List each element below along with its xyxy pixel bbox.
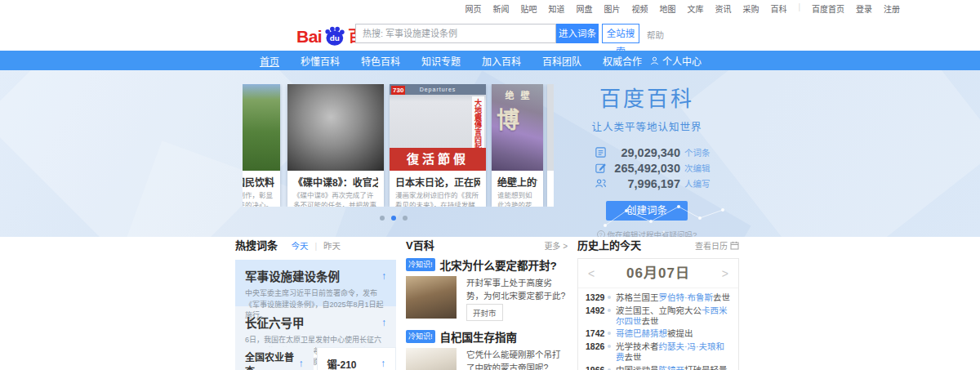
entries-unit: 个词条 (684, 146, 710, 158)
more-link[interactable]: 更多 > (544, 239, 568, 252)
hot-entry-item[interactable]: 全国农业普查 ↑ (235, 347, 314, 370)
event-entry-link[interactable]: 罗伯特·布鲁斯 (659, 292, 714, 302)
cold-fact-badge: 冷知识! (406, 258, 435, 271)
card-description: 漫画家龙树谅旧作的《我所看见的未来》，在持续发酵后，竟然威胁到了日本2025年“… (395, 191, 480, 207)
topbar-link[interactable]: 视频 (631, 2, 648, 15)
hot-entry-title: 镅-210 (327, 357, 357, 370)
register-link[interactable]: 注册 (884, 2, 900, 15)
nav-item-home[interactable]: 首页 (260, 54, 279, 68)
document-icon (595, 146, 607, 158)
tab-today[interactable]: 今天 (291, 241, 308, 251)
trending-up-icon: ↑ (381, 317, 386, 328)
carousel-card[interactable]: Departures 730 大地震傳言四起 復活節假 日本末日论，正在网上疯传… (390, 84, 486, 207)
v-article-thumbnail[interactable] (406, 348, 457, 370)
edit-pencil-icon (595, 162, 607, 174)
event-year: 1492 (586, 305, 608, 327)
v-article-title[interactable]: 北宋为什么要定都开封? (440, 256, 557, 273)
personal-center-label: 个人中心 (662, 54, 702, 68)
hero-banner: 国民饮料 系列茶叶的独特制作，彰显了年轻人爱上饮茶的决心。 《碟中谍8》：收官之… (0, 70, 980, 237)
previous-day-arrow[interactable]: < (588, 259, 595, 288)
carousel-card[interactable]: 绝壁 博 绝壁上的博弈 谁能想到如此冷艳的花朵之前身披土黄色，以最暗淡的方式，走… (492, 84, 543, 207)
nav-item-featured[interactable]: 特色百科 (361, 54, 400, 68)
card-image (547, 84, 554, 171)
baidu-home-link[interactable]: 百度首页 (812, 2, 844, 15)
personal-center-link[interactable]: 个人中心 (650, 51, 702, 70)
hot-entry-title: 长征六号甲 (245, 314, 305, 331)
history-event: 1742 哥德巴赫猜想被提出 (586, 328, 731, 339)
event-text: 被提出 (667, 328, 693, 338)
carousel-dots (380, 216, 408, 221)
vertical-headline: 大地震傳言四起 (472, 96, 484, 153)
image-caption: 绝壁 (492, 88, 543, 101)
carousel-card[interactable]: 《碟中谍8》：收官之作 《碟中谍8》再次完成了许多不可能的任务，并把故事终结在了… (287, 84, 384, 207)
card-image-tea-fields (243, 84, 280, 171)
topbar-link[interactable]: 文库 (687, 2, 703, 15)
v-article-thumbnail[interactable] (406, 276, 457, 319)
nav-item-cooperation[interactable]: 权威合作 (603, 54, 642, 68)
tab-yesterday[interactable]: 昨天 (323, 241, 341, 251)
nav-item-topics[interactable]: 知识专题 (421, 54, 461, 68)
help-link[interactable]: 帮助 (647, 29, 664, 41)
nav-item-team[interactable]: 百科团队 (542, 54, 581, 68)
entry-tag[interactable]: 开封市 (466, 304, 503, 321)
svg-text:du: du (330, 33, 340, 42)
v-article-title[interactable]: 自杞国生存指南 (440, 328, 518, 345)
carousel-dot-active[interactable] (391, 216, 396, 221)
event-year: 1966 (586, 365, 608, 370)
carousel-dot[interactable] (380, 216, 385, 221)
nav-item-miaodong[interactable]: 秒懂百科 (301, 54, 340, 68)
topbar: 网页 新闻 贴吧 知道 网盘 图片 视频 地图 文库 资讯 采购 百科 | 百度… (465, 2, 900, 15)
nav-item-join[interactable]: 加入百科 (482, 54, 521, 68)
site-search-button[interactable]: 全站搜索 (602, 24, 639, 43)
event-year: 1826 (586, 341, 608, 363)
site-slogan: 让人类平等地认知世界 (581, 118, 712, 134)
topbar-link[interactable]: 网盘 (576, 2, 592, 15)
stat-edits: 265,492,030 次编辑 (581, 160, 712, 176)
v-baike-section: V百科 更多 > 冷知识! 北宋为什么要定都开封? 开封军事上处于高度劣势，为何… (406, 237, 568, 370)
login-link[interactable]: 登录 (856, 2, 872, 15)
topbar-link[interactable]: 新闻 (492, 2, 509, 15)
entries-count: 29,029,340 (607, 146, 680, 159)
topbar-link[interactable]: 图片 (604, 2, 620, 15)
search-input[interactable] (355, 24, 556, 43)
card-title: 《碟中谍8》：收官之作 (293, 175, 378, 189)
main-nav: 首页 秒懂百科 特色百科 知识专题 加入百科 百科团队 权威合作 个人中心 (0, 51, 980, 70)
trending-up-icon: ↑ (299, 358, 304, 369)
topbar-link[interactable]: 网页 (465, 2, 481, 15)
topbar-link[interactable]: 知道 (548, 2, 564, 15)
carousel-card[interactable] (547, 84, 554, 207)
history-date: 06月07日 (626, 265, 690, 281)
person-icon (650, 56, 659, 65)
history-event: 1329 苏格兰国王罗伯特·布鲁斯去世 (586, 292, 731, 303)
topbar-link[interactable]: 贴吧 (520, 2, 537, 15)
topbar-link[interactable]: 采购 (742, 2, 759, 15)
hot-entries-title: 热搜词条 (235, 237, 278, 252)
history-event: 1966 中国运动员陈镜开打破最轻量级挺举世界纪录 (586, 365, 731, 370)
card-description: 《碟中谍8》再次完成了许多不可能的任务，并把故事终结在了不算完美、却也能让大家基… (293, 191, 378, 207)
trending-up-icon: ↑ (381, 270, 386, 282)
today-in-history-title: 历史上的今天 (577, 237, 641, 252)
enter-entry-button[interactable]: 进入词条 (556, 24, 599, 43)
next-day-arrow[interactable]: > (722, 259, 728, 288)
topbar-link[interactable]: 资讯 (715, 2, 731, 15)
carousel: 国民饮料 系列茶叶的独特制作，彰显了年轻人爱上饮茶的决心。 《碟中谍8》：收官之… (243, 84, 554, 207)
constellation-decoration (600, 199, 731, 235)
bullet-dot (608, 332, 611, 335)
stat-editors: 7,996,197 人编写 (581, 176, 712, 191)
hot-entry-item[interactable]: 军事设施建设条例 ↑ 中央军委主席习近平日前签署命令，发布《军事设施建设条例》，… (235, 260, 396, 306)
site-title: 百度百科 (581, 82, 712, 112)
event-entry-link[interactable]: 哥德巴赫猜想 (616, 328, 667, 338)
hot-entry-item[interactable]: 镅-210 ↑ (317, 347, 397, 370)
editors-count: 7,996,197 (607, 177, 680, 190)
carousel-card[interactable]: 国民饮料 系列茶叶的独特制作，彰显了年轻人爱上饮茶的决心。 (243, 84, 280, 207)
v-baike-title: V百科 (406, 237, 434, 252)
carousel-dot[interactable] (403, 216, 408, 221)
bullet-dot (608, 345, 611, 348)
topbar-link[interactable]: 百科 (770, 2, 786, 15)
hot-entry-title: 全国农业普查 (245, 350, 299, 370)
view-calendar-link[interactable]: 查看日历 (695, 239, 739, 252)
event-text: 苏格兰国王 (616, 292, 659, 302)
topbar-link[interactable]: 地图 (659, 2, 675, 15)
event-entry-link[interactable]: 陈镜开 (659, 365, 685, 370)
card-image-news-collage: Departures 730 大地震傳言四起 復活節假 (390, 84, 486, 171)
